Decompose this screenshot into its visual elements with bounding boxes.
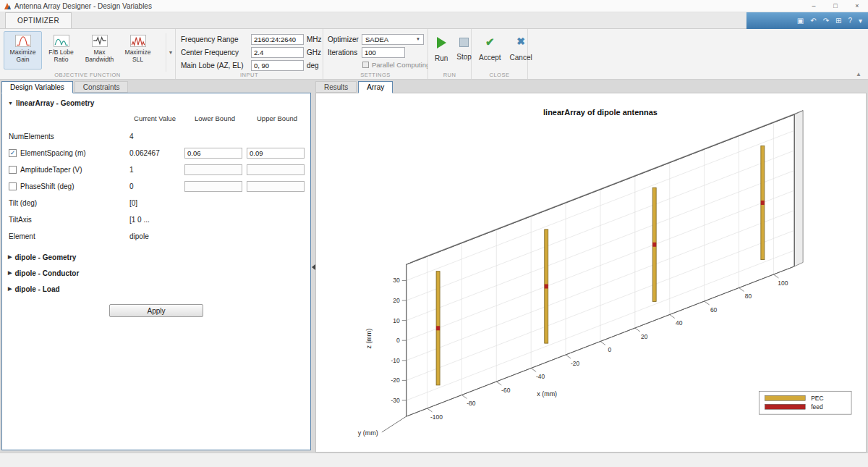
group-lineararray-geometry[interactable]: ▼ linearArray - Geometry (2, 93, 310, 107)
upper-bound-input[interactable] (247, 164, 305, 175)
quick-access-toolbar: ▣↶↷⊞?▾ (746, 12, 868, 29)
group-label: dipole - Geometry (14, 253, 76, 261)
variable-row-element: Elementdipole (2, 228, 310, 245)
variable-row-phaseshift-deg: PhaseShift (deg)0 (2, 178, 310, 195)
elementspacing-m-checkbox[interactable]: ✓ (9, 149, 17, 157)
input-fields: Frequency RangeMHzCenter FrequencyGHzMai… (176, 29, 323, 71)
variables-rows: NumElements4✓ElementSpacing (m)0.062467A… (2, 128, 310, 245)
lower-bound-input[interactable] (184, 181, 242, 192)
group-dipole-load[interactable]: ▶dipole - Load (2, 281, 310, 297)
svg-text:0: 0 (608, 346, 612, 353)
objective-button-label: Maximize SLL (119, 49, 156, 64)
svg-text:0: 0 (396, 337, 400, 344)
layout-icon[interactable]: ⊞ (835, 17, 841, 25)
parallel-computing-checkbox[interactable] (362, 62, 369, 68)
design-variables-body: ▼ linearArray - Geometry Current Value L… (1, 93, 311, 450)
svg-text:-20: -20 (571, 360, 580, 367)
minimize-button[interactable]: – (803, 0, 825, 12)
accept-label: Accept (479, 54, 501, 62)
collapse-arrow-icon: ▼ (8, 101, 13, 106)
fb-lobe-ratio-icon (54, 35, 69, 47)
stop-button[interactable]: Stop (456, 37, 472, 62)
center-frequency-input[interactable] (251, 47, 304, 58)
variable-current-value: 4 (129, 132, 134, 140)
undo-icon[interactable]: ↶ (810, 17, 816, 25)
input-field-label: Center Frequency (181, 49, 251, 56)
cancel-x-icon: ✖ (516, 35, 525, 48)
objective-button-label: F/B Lobe Ratio (43, 49, 80, 64)
collapse-ribbon-icon[interactable]: ▲ (856, 71, 861, 77)
run-button[interactable]: Run (435, 37, 448, 62)
svg-text:20: 20 (641, 333, 648, 340)
toolstrip-collapse-icon[interactable]: ▾ (859, 17, 862, 25)
iterations-label: Iterations (328, 49, 362, 56)
unit-label: deg (307, 62, 319, 70)
save-icon[interactable]: ▣ (797, 17, 804, 25)
collapse-arrow-icon: ▶ (8, 254, 12, 260)
close-button[interactable]: × (846, 0, 868, 12)
parallel-computing-label: Parallel Computing (372, 61, 427, 69)
variable-row-numelements: NumElements4 (2, 128, 310, 145)
variable-label: TiltAxis (9, 216, 32, 224)
lower-bound-input[interactable] (184, 148, 242, 159)
frequency-range-input[interactable] (251, 34, 304, 45)
svg-text:x (mm): x (mm) (537, 390, 557, 397)
group-label: dipole - Load (14, 285, 59, 293)
objective-button-maximize-gain[interactable]: Maximize Gain (4, 31, 42, 70)
chevron-down-icon: ▼ (416, 37, 420, 41)
main-lobe-az-el-input[interactable] (251, 60, 304, 71)
input-section: Frequency RangeMHzCenter FrequencyGHzMai… (176, 29, 323, 79)
group-label: linearArray - Geometry (16, 99, 94, 107)
run-label: Run (435, 54, 448, 62)
amplitudetaper-v-checkbox[interactable] (9, 166, 17, 174)
collapse-arrow-icon: ▶ (8, 286, 12, 292)
variable-label: NumElements (9, 132, 54, 140)
maximize-button[interactable]: □ (825, 0, 846, 12)
array-panel: ResultsArray 3020100-10-20-30-100-80-60-… (315, 81, 867, 453)
settings-section: Optimizer SADEA ▼ Iterations Parallel Co… (323, 29, 428, 79)
svg-text:10: 10 (393, 317, 400, 324)
collapse-arrow-icon: ▶ (8, 270, 12, 276)
tab-constraints[interactable]: Constraints (75, 81, 129, 93)
tab-array[interactable]: Array (358, 81, 393, 93)
close-section: ✔ Accept ✖ Cancel CLOSE (472, 29, 528, 79)
iterations-input[interactable] (362, 47, 405, 58)
optimizer-dropdown[interactable]: SADEA ▼ (362, 34, 424, 45)
objective-gallery-arrow-icon[interactable]: ▼ (166, 33, 175, 72)
apply-button[interactable]: Apply (109, 304, 203, 317)
array-plot-body: 3020100-10-20-30-100-80-60-40-2002040608… (315, 93, 867, 453)
variable-row-amplitudetaper-v: AmplitudeTaper (V)1 (2, 161, 310, 178)
objective-button-max-bandwidth[interactable]: Max Bandwidth (80, 31, 119, 70)
variable-label: Tilt (deg) (9, 199, 37, 207)
help-icon[interactable]: ? (848, 17, 852, 25)
app-icon (4, 2, 12, 10)
input-field-label: Frequency Range (181, 35, 251, 43)
variable-current-value: [1 0 ... (129, 216, 150, 224)
svg-text:-10: -10 (391, 357, 401, 364)
group-dipole-conductor[interactable]: ▶dipole - Conductor (2, 265, 310, 281)
svg-text:y (mm): y (mm) (358, 429, 378, 437)
svg-text:100: 100 (778, 279, 788, 287)
redo-icon[interactable]: ↷ (823, 17, 829, 25)
design-variables-panel: Design VariablesConstraints ▼ linearArra… (1, 81, 311, 450)
objective-button-label: Maximize Gain (4, 49, 41, 64)
objective-button-maximize-sll[interactable]: Maximize SLL (119, 31, 157, 70)
tab-optimizer[interactable]: OPTIMIZER (5, 12, 72, 28)
lower-bound-input[interactable] (184, 164, 242, 175)
tab-results[interactable]: Results (315, 81, 357, 93)
svg-text:80: 80 (745, 293, 752, 300)
maximize-sll-icon (130, 35, 146, 47)
group-label: dipole - Conductor (14, 269, 79, 277)
objective-button-f-b-lobe-ratio[interactable]: F/B Lobe Ratio (42, 31, 80, 70)
variable-label: Element (9, 232, 35, 240)
accept-button[interactable]: ✔ Accept (479, 35, 501, 62)
tab-design-variables[interactable]: Design Variables (1, 81, 73, 93)
upper-bound-input[interactable] (247, 181, 305, 192)
phaseshift-deg-checkbox[interactable] (9, 182, 17, 190)
unit-label: GHz (307, 49, 321, 56)
upper-bound-input[interactable] (247, 148, 305, 159)
array-plot: 3020100-10-20-30-100-80-60-40-2002040608… (316, 93, 866, 452)
group-dipole-geometry[interactable]: ▶dipole - Geometry (2, 249, 310, 265)
left-panel-tabs: Design VariablesConstraints (1, 81, 311, 93)
variable-current-value: 0 (129, 182, 134, 190)
